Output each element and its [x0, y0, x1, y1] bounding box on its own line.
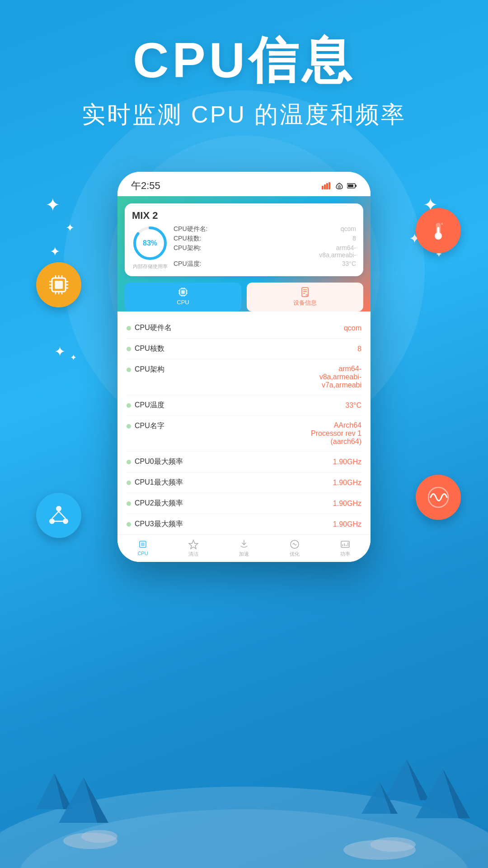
- label-cpu3: CPU3最大频率: [135, 519, 183, 529]
- value-arch: arm64-v8a,armeabi-v7a,armeabi: [319, 365, 361, 389]
- cpu-row-temp: CPU温度 33°C: [127, 395, 361, 416]
- cpu-row-cpu2: CPU2最大频率 1.90GHz: [127, 493, 361, 514]
- dot-8: [127, 501, 131, 506]
- svg-point-20: [56, 506, 61, 511]
- svg-rect-27: [324, 184, 326, 189]
- dot-4: [127, 403, 131, 408]
- circle-sub: 内部存储使用率: [132, 263, 168, 270]
- value-hardware: qcom: [344, 324, 361, 332]
- value-cpu2: 1.90GHz: [333, 500, 361, 508]
- tab-device-info-label: 设备信息: [293, 299, 317, 307]
- dot-9: [127, 522, 131, 527]
- svg-point-75: [81, 830, 117, 843]
- sparkle-3: ✦: [50, 244, 60, 259]
- label-arch: CPU架构: [135, 365, 164, 374]
- top-card-bg: MIX 2 83% 内部存储使用率: [117, 196, 371, 311]
- wave-badge: [416, 475, 461, 520]
- bottom-nav: CPU 清洁 加速 优化: [117, 534, 371, 562]
- cpu-row-cores: CPU核数 8: [127, 339, 361, 359]
- label-cpu0: CPU0最大频率: [135, 457, 183, 467]
- cpu-row-cpu1: CPU1最大频率 1.90GHz: [127, 472, 361, 493]
- sparkle-1: ✦: [45, 194, 61, 215]
- svg-rect-29: [328, 182, 330, 189]
- circle-progress: 83%: [132, 225, 168, 261]
- dot-3: [127, 368, 131, 372]
- phone-body: 午2:55: [117, 172, 371, 562]
- svg-rect-31: [348, 184, 353, 187]
- svg-point-77: [371, 837, 416, 852]
- svg-rect-49: [302, 288, 308, 297]
- svg-line-24: [59, 511, 66, 519]
- cpu-row-hardware: CPU硬件名 qcom: [127, 318, 361, 339]
- cpu-row-cpu0: CPU0最大频率 1.90GHz: [127, 452, 361, 472]
- page-subtitle: 实时监测 CPU 的温度和频率: [0, 99, 488, 131]
- landscape-svg: [0, 678, 488, 868]
- time: 午2:55: [131, 179, 160, 193]
- dot-6: [127, 460, 131, 464]
- sparkle-4: ✦: [54, 344, 66, 359]
- phone-tab-bar: CPU 设备信息: [125, 283, 363, 311]
- info-label-1: CPU核数:: [174, 235, 201, 243]
- tab-cpu-label: CPU: [177, 299, 189, 306]
- value-cpu1: 1.90GHz: [333, 479, 361, 487]
- nav-boost-label: 加速: [239, 551, 249, 557]
- nav-cpu-label: CPU: [137, 551, 148, 556]
- svg-text:°: °: [441, 222, 443, 228]
- svg-point-53: [306, 294, 308, 296]
- nav-optimize-label: 优化: [290, 551, 300, 557]
- sparkle-5: ✦: [70, 353, 77, 363]
- temp-badge: °: [416, 208, 461, 253]
- phone-mockup: 午2:55: [113, 172, 375, 562]
- label-temp: CPU温度: [135, 401, 164, 410]
- nav-clean[interactable]: 清洁: [168, 539, 219, 557]
- nav-clean-label: 清洁: [188, 551, 198, 557]
- svg-line-23: [52, 511, 59, 519]
- svg-rect-36: [181, 290, 185, 294]
- nav-boost[interactable]: 加速: [219, 539, 269, 557]
- circle-percent-label: 83%: [143, 239, 157, 247]
- page-title: CPU信息: [0, 27, 488, 94]
- label-name: CPU名字: [135, 421, 164, 431]
- status-bar: 午2:55: [117, 172, 371, 196]
- cpu-row-arch: CPU架构 arm64-v8a,armeabi-v7a,armeabi: [127, 359, 361, 395]
- nav-optimize[interactable]: 优化: [269, 539, 320, 557]
- cpu-row-cpu3: CPU3最大频率 1.90GHz: [127, 514, 361, 534]
- info-label-3: CPU温度:: [174, 260, 201, 268]
- header-section: CPU信息 实时监测 CPU 的温度和频率: [0, 27, 488, 131]
- info-value-2: arm64-v8a,armeabi-: [319, 244, 356, 259]
- label-cpu1: CPU1最大频率: [135, 478, 183, 487]
- svg-rect-1: [55, 281, 63, 289]
- info-value-0: qcom: [341, 225, 356, 233]
- label-hardware: CPU硬件名: [135, 323, 172, 333]
- device-name: MIX 2: [132, 210, 356, 222]
- tab-device-info[interactable]: 设备信息: [247, 283, 363, 311]
- dot-7: [127, 481, 131, 485]
- info-label-0: CPU硬件名:: [174, 225, 207, 233]
- value-cpu3: 1.90GHz: [333, 520, 361, 528]
- value-temp: 33°C: [345, 401, 361, 410]
- info-label-2: CPU架构:: [174, 244, 201, 259]
- label-cores: CPU核数: [135, 344, 164, 354]
- cpu-detail-list: CPU硬件名 qcom CPU核数 8 CPU架构 arm64-v8a,arme…: [117, 318, 371, 534]
- cpu-badge: [36, 262, 81, 307]
- svg-rect-32: [355, 185, 357, 187]
- value-name: AArch64Processor rev 1(aarch64): [311, 421, 361, 446]
- svg-rect-26: [322, 186, 324, 189]
- sparkle-2: ✦: [66, 222, 75, 234]
- svg-rect-28: [326, 183, 328, 189]
- dot-1: [127, 326, 131, 330]
- top-info-card: MIX 2 83% 内部存储使用率: [125, 203, 363, 276]
- network-badge: [36, 493, 81, 538]
- value-cores: 8: [357, 345, 361, 353]
- svg-point-17: [436, 234, 441, 238]
- info-value-3: 33°C: [342, 260, 356, 268]
- svg-rect-55: [141, 542, 145, 546]
- nav-power[interactable]: 功率: [320, 539, 371, 557]
- value-cpu0: 1.90GHz: [333, 458, 361, 466]
- info-value-1: 8: [352, 235, 356, 243]
- dot-5: [127, 424, 131, 429]
- top-cpu-info: CPU硬件名:qcom CPU核数:8 CPU架构:arm64-v8a,arme…: [174, 225, 356, 268]
- tab-cpu[interactable]: CPU: [125, 283, 241, 311]
- status-icons: [322, 182, 357, 189]
- nav-cpu[interactable]: CPU: [117, 539, 168, 557]
